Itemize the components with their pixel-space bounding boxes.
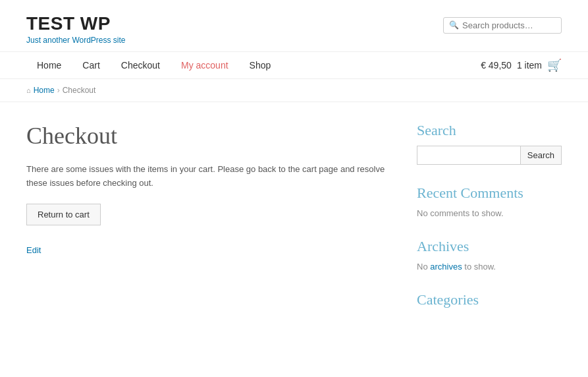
- search-widget: Search Search: [417, 122, 562, 165]
- site-tagline: Just another WordPress site: [26, 36, 126, 45]
- cart-info: € 49,50 1 item 🛒: [481, 58, 562, 72]
- content-area: Checkout There are some issues with the …: [26, 122, 390, 328]
- cart-item-count: 1 item: [517, 60, 542, 71]
- nav-link-checkout[interactable]: Checkout: [111, 52, 171, 78]
- archives-widget: Archives No archives to show.: [417, 238, 562, 272]
- nav-item-myaccount: My account: [171, 52, 239, 78]
- checkout-notice: There are some issues with the items in …: [26, 163, 390, 190]
- breadcrumb: ⌂ Home › Checkout: [0, 79, 588, 102]
- breadcrumb-home-link[interactable]: Home: [34, 86, 55, 95]
- widget-search-form: Search: [417, 146, 562, 165]
- site-header: TEST WP Just another WordPress site 🔍: [0, 0, 588, 51]
- recent-comments-empty: No comments to show.: [417, 208, 562, 218]
- categories-widget: Categories: [417, 291, 562, 308]
- nav-link-shop[interactable]: Shop: [239, 52, 282, 78]
- search-icon: 🔍: [449, 20, 459, 30]
- cart-price: € 49,50: [481, 60, 512, 71]
- archives-title: Archives: [417, 238, 562, 255]
- edit-link[interactable]: Edit: [26, 245, 41, 255]
- home-icon: ⌂: [26, 86, 31, 94]
- recent-comments-widget: Recent Comments No comments to show.: [417, 185, 562, 218]
- return-to-cart-button[interactable]: Return to cart: [26, 204, 101, 225]
- header-search-input[interactable]: [462, 20, 554, 30]
- archives-empty: No archives to show.: [417, 262, 562, 272]
- nav-links: Home Cart Checkout My account Shop: [26, 52, 281, 78]
- widget-search-input[interactable]: [417, 146, 521, 165]
- cart-icon[interactable]: 🛒: [547, 58, 562, 72]
- site-title: TEST WP: [26, 13, 126, 34]
- main-container: Checkout There are some issues with the …: [0, 102, 588, 348]
- recent-comments-title: Recent Comments: [417, 185, 562, 202]
- sidebar: Search Search Recent Comments No comment…: [417, 122, 562, 328]
- breadcrumb-separator: ›: [57, 86, 60, 95]
- nav-item-checkout: Checkout: [111, 52, 171, 78]
- header-search-wrap: 🔍: [443, 17, 562, 34]
- nav-item-shop: Shop: [239, 52, 282, 78]
- site-nav: Home Cart Checkout My account Shop € 49,…: [0, 51, 588, 79]
- site-branding: TEST WP Just another WordPress site: [26, 13, 126, 45]
- nav-link-myaccount[interactable]: My account: [171, 52, 239, 78]
- nav-item-cart: Cart: [72, 52, 110, 78]
- header-search-area: 🔍: [443, 17, 562, 34]
- archives-link[interactable]: archives: [430, 262, 462, 272]
- breadcrumb-current: Checkout: [63, 86, 96, 95]
- categories-title: Categories: [417, 291, 562, 308]
- notice-text-content: There are some issues with the items in …: [26, 164, 385, 188]
- widget-search-button[interactable]: Search: [521, 146, 562, 165]
- page-title: Checkout: [26, 122, 390, 150]
- nav-link-cart[interactable]: Cart: [72, 52, 110, 78]
- nav-link-home[interactable]: Home: [26, 52, 72, 78]
- nav-item-home: Home: [26, 52, 72, 78]
- search-widget-title: Search: [417, 122, 562, 139]
